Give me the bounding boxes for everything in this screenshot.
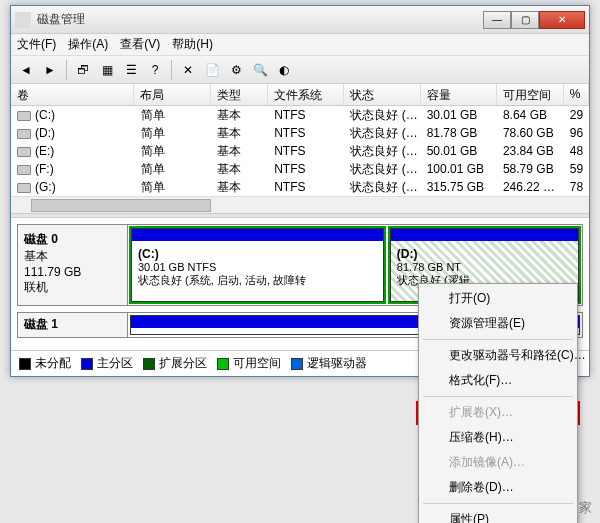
titlebar[interactable]: 磁盘管理 — ▢ ✕: [11, 6, 589, 34]
back-button[interactable]: ◄: [15, 59, 37, 81]
app-icon: [15, 12, 31, 28]
legend-extended-swatch: [143, 358, 155, 370]
menu-file[interactable]: 文件(F): [17, 36, 56, 53]
volume-row[interactable]: (G:)简单基本NTFS状态良好 (…315.75 GB246.22 …78: [11, 178, 589, 196]
legend-primary-swatch: [81, 358, 93, 370]
col-status[interactable]: 状态: [344, 84, 420, 105]
legend-unalloc-swatch: [19, 358, 31, 370]
partition-d-name: (D:): [397, 247, 572, 261]
volume-row[interactable]: (E:)简单基本NTFS状态良好 (…50.01 GB23.84 GB48: [11, 142, 589, 160]
properties-icon[interactable]: 📄: [201, 59, 223, 81]
partition-c-size: 30.01 GB NTFS: [138, 261, 377, 273]
window-title: 磁盘管理: [37, 11, 483, 28]
settings-icon[interactable]: ⚙: [225, 59, 247, 81]
cm-delete[interactable]: 删除卷(D)…: [421, 475, 575, 500]
legend-extended: 扩展分区: [159, 355, 207, 372]
help-icon[interactable]: ?: [144, 59, 166, 81]
details-icon[interactable]: ☰: [120, 59, 142, 81]
legend-free: 可用空间: [233, 355, 281, 372]
refresh-icon[interactable]: 🗗: [72, 59, 94, 81]
col-capacity[interactable]: 容量: [421, 84, 497, 105]
action-icon[interactable]: ◐: [273, 59, 295, 81]
disk-0-state: 联机: [24, 279, 121, 296]
partition-c-status: 状态良好 (系统, 启动, 活动, 故障转: [138, 273, 377, 288]
menu-action[interactable]: 操作(A): [68, 36, 108, 53]
legend-unalloc: 未分配: [35, 355, 71, 372]
list-icon[interactable]: ▦: [96, 59, 118, 81]
menu-view[interactable]: 查看(V): [120, 36, 160, 53]
forward-button[interactable]: ►: [39, 59, 61, 81]
cm-open[interactable]: 打开(O): [421, 286, 575, 311]
cm-shrink[interactable]: 压缩卷(H)…: [421, 425, 575, 450]
col-free[interactable]: 可用空间: [497, 84, 564, 105]
partition-c-name: (C:): [138, 247, 377, 261]
cm-change-letter[interactable]: 更改驱动器号和路径(C)…: [421, 343, 575, 368]
context-menu: 打开(O) 资源管理器(E) 更改驱动器号和路径(C)… 格式化(F)… 扩展卷…: [418, 283, 578, 523]
disk-0-label[interactable]: 磁盘 0 基本 111.79 GB 联机: [18, 225, 128, 305]
cm-properties[interactable]: 属性(P): [421, 507, 575, 523]
horizontal-scrollbar[interactable]: [11, 196, 589, 213]
close-button[interactable]: ✕: [539, 11, 585, 29]
col-layout[interactable]: 布局: [134, 84, 210, 105]
scroll-thumb[interactable]: [31, 199, 211, 212]
cm-mirror: 添加镜像(A)…: [421, 450, 575, 475]
volume-rows: (C:)简单基本NTFS状态良好 (…30.01 GB8.64 GB29(D:)…: [11, 106, 589, 196]
volume-row[interactable]: (C:)简单基本NTFS状态良好 (…30.01 GB8.64 GB29: [11, 106, 589, 124]
disk-1-label[interactable]: 磁盘 1: [18, 313, 128, 337]
maximize-button[interactable]: ▢: [511, 11, 539, 29]
disk-0-name: 磁盘 0: [24, 231, 121, 248]
volume-list: 卷 布局 类型 文件系统 状态 容量 可用空间 % (C:)简单基本NTFS状态…: [11, 84, 589, 213]
volume-row[interactable]: (F:)简单基本NTFS状态良好 (…100.01 GB58.79 GB59: [11, 160, 589, 178]
menubar: 文件(F) 操作(A) 查看(V) 帮助(H): [11, 34, 589, 56]
toolbar: ◄ ► 🗗 ▦ ☰ ? ✕ 📄 ⚙ 🔍 ◐: [11, 56, 589, 84]
minimize-button[interactable]: —: [483, 11, 511, 29]
search-icon[interactable]: 🔍: [249, 59, 271, 81]
col-type[interactable]: 类型: [211, 84, 268, 105]
cm-extend: 扩展卷(X)…: [421, 400, 575, 425]
legend-primary: 主分区: [97, 355, 133, 372]
legend-free-swatch: [217, 358, 229, 370]
cm-explorer[interactable]: 资源管理器(E): [421, 311, 575, 336]
disk-0-size: 111.79 GB: [24, 265, 121, 279]
disk-0-type: 基本: [24, 248, 121, 265]
col-pct[interactable]: %: [564, 84, 589, 105]
legend-logical-swatch: [291, 358, 303, 370]
volume-row[interactable]: (D:)简单基本NTFS状态良好 (…81.78 GB78.60 GB96: [11, 124, 589, 142]
column-headers[interactable]: 卷 布局 类型 文件系统 状态 容量 可用空间 %: [11, 84, 589, 106]
delete-icon[interactable]: ✕: [177, 59, 199, 81]
legend-logical: 逻辑驱动器: [307, 355, 367, 372]
menu-help[interactable]: 帮助(H): [172, 36, 213, 53]
col-fs[interactable]: 文件系统: [268, 84, 344, 105]
disk-1-name: 磁盘 1: [24, 317, 58, 331]
partition-c[interactable]: (C:) 30.01 GB NTFS 状态良好 (系统, 启动, 活动, 故障转: [131, 228, 384, 302]
col-volume[interactable]: 卷: [11, 84, 134, 105]
partition-d-size: 81.78 GB NT: [397, 261, 572, 273]
cm-format[interactable]: 格式化(F)…: [421, 368, 575, 393]
